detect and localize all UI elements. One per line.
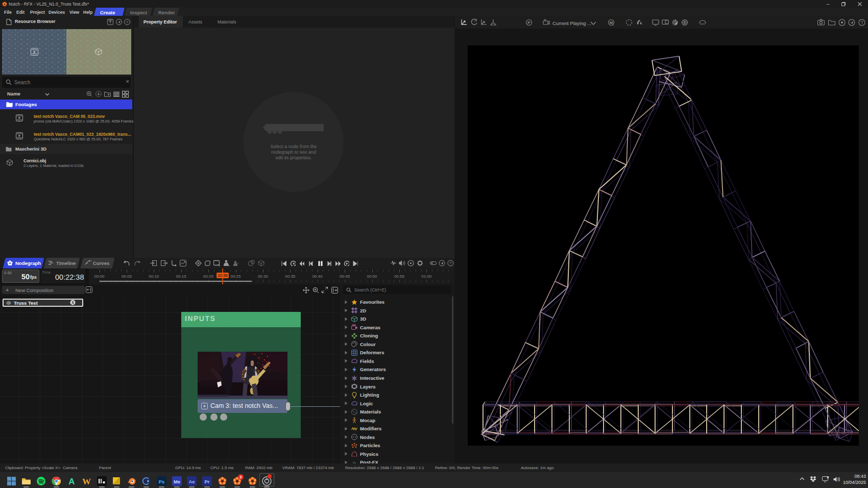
svg-text:M: M bbox=[610, 20, 613, 25]
svg-text:?: ? bbox=[861, 20, 863, 25]
svg-text:Me: Me bbox=[174, 479, 180, 484]
svg-text:Ps: Ps bbox=[159, 479, 165, 484]
svg-text:?: ? bbox=[126, 20, 129, 25]
svg-text:P: P bbox=[527, 20, 531, 25]
svg-text:W: W bbox=[82, 477, 91, 486]
svg-text:S: S bbox=[71, 301, 74, 304]
svg-text:A: A bbox=[68, 477, 75, 486]
svg-text:?: ? bbox=[449, 261, 452, 265]
svg-text:Ae: Ae bbox=[188, 479, 195, 484]
svg-text:Pr: Pr bbox=[204, 479, 209, 484]
